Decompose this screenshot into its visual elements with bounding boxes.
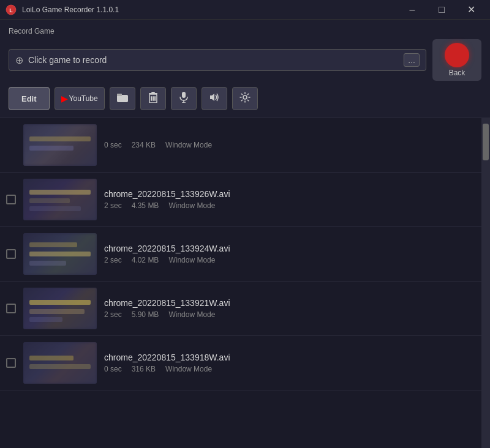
recording-info: chrome_20220815_133926W.avi 2 sec 4.35 M… [104,189,475,210]
recording-thumbnail [23,179,97,220]
size: 316 KB [132,365,156,373]
record-game-label: Record Game [9,27,481,35]
recording-checkbox[interactable] [6,358,16,368]
close-button[interactable]: ✕ [457,0,485,20]
svg-rect-9 [151,92,155,93]
trash-button[interactable] [140,87,166,110]
recording-info: chrome_20220815_133924W.avi 2 sec 4.02 M… [104,244,475,264]
recording-checkbox[interactable] [6,304,16,313]
recording-thumbnail [23,288,97,329]
youtube-icon: ▶ [61,94,68,103]
recording-thumbnail [23,124,97,166]
record-button-area: Back [432,39,481,81]
gear-icon [239,92,251,105]
app-logo: L [5,4,17,16]
trash-icon [149,92,157,105]
duration: 0 sec [104,365,122,373]
recording-meta: 0 sec 234 KB Window Mode [104,141,475,149]
recording-thumbnail [23,342,97,384]
maximize-button[interactable]: □ [428,0,456,20]
mode: Window Mode [168,310,215,319]
speaker-icon [209,92,220,105]
size: 234 KB [132,141,156,149]
svg-rect-7 [154,96,156,101]
recording-item: chrome_20220815_133926W.avi 2 sec 4.35 M… [0,173,481,227]
recording-meta: 0 sec 316 KB Window Mode [104,365,475,373]
recording-meta: 2 sec 4.35 MB Window Mode [104,201,475,210]
size: 4.02 MB [132,256,159,264]
content-area: 0 sec 234 KB Window Mode chrome_2 [0,118,490,448]
recording-item: 0 sec 234 KB Window Mode [0,118,481,173]
crosshair-icon: ⊕ [15,54,23,66]
game-placeholder-text: Click game to record [28,55,399,65]
minimize-button[interactable]: – [398,0,426,20]
duration: 2 sec [104,201,122,210]
svg-text:L: L [9,7,13,13]
window-controls: – □ ✕ [398,0,485,20]
recording-name: chrome_20220815_133926W.avi [104,189,475,199]
recording-info: 0 sec 234 KB Window Mode [104,141,475,149]
title-bar: L LoiLo Game Recorder 1.1.0.1 – □ ✕ [0,0,490,20]
folder-icon [117,92,128,105]
back-label: Back [449,69,466,77]
recording-info: chrome_20220815_133918W.avi 0 sec 316 KB… [104,353,475,373]
mode: Window Mode [168,256,215,264]
svg-rect-8 [149,93,157,94]
scrollbar-thumb[interactable] [483,124,489,160]
top-section: Record Game ⊕ Click game to record ... B… [0,20,490,118]
svg-marker-13 [210,94,214,101]
record-button[interactable] [445,43,469,67]
toolbar: Edit ▶ YouTube [9,87,481,110]
scrollbar[interactable] [481,118,490,448]
game-selector[interactable]: ⊕ Click game to record ... [9,49,426,71]
duration: 2 sec [104,310,122,319]
size: 4.35 MB [132,201,159,210]
edit-button[interactable]: Edit [9,87,50,110]
recording-item: chrome_20220815_133921W.avi 2 sec 5.90 M… [0,282,481,336]
record-row: ⊕ Click game to record ... Back [9,39,481,81]
mode: Window Mode [165,141,212,149]
recording-info: chrome_20220815_133921W.avi 2 sec 5.90 M… [104,298,475,319]
svg-rect-6 [153,96,154,101]
recording-name: chrome_20220815_133924W.avi [104,244,475,253]
recordings-list: 0 sec 234 KB Window Mode chrome_2 [0,118,481,448]
recording-checkbox[interactable] [6,249,16,259]
recording-thumbnail [23,233,97,275]
recording-meta: 2 sec 4.02 MB Window Mode [104,256,475,264]
svg-rect-10 [182,92,186,98]
youtube-button[interactable]: ▶ YouTube [55,87,105,110]
settings-button[interactable] [232,87,258,110]
window-title: LoiLo Game Recorder 1.1.0.1 [22,6,398,14]
duration: 0 sec [104,141,122,149]
main-container: Record Game ⊕ Click game to record ... B… [0,20,490,448]
recording-meta: 2 sec 5.90 MB Window Mode [104,310,475,319]
youtube-label: YouTube [69,94,98,103]
folder-button[interactable] [110,87,135,110]
duration: 2 sec [104,256,122,264]
microphone-icon [179,92,188,105]
recording-checkbox[interactable] [6,195,16,204]
svg-point-14 [243,95,247,99]
size: 5.90 MB [132,310,159,319]
microphone-button[interactable] [171,87,197,110]
recording-name: chrome_20220815_133921W.avi [104,298,475,308]
ellipsis-button[interactable]: ... [404,53,420,67]
recording-name: chrome_20220815_133918W.avi [104,353,475,362]
svg-rect-3 [117,94,122,96]
speaker-button[interactable] [202,87,227,110]
recording-item: chrome_20220815_133918W.avi 0 sec 316 KB… [0,336,481,390]
svg-rect-5 [151,96,152,101]
mode: Window Mode [168,201,215,210]
mode: Window Mode [165,365,212,373]
recording-item: chrome_20220815_133924W.avi 2 sec 4.02 M… [0,227,481,282]
